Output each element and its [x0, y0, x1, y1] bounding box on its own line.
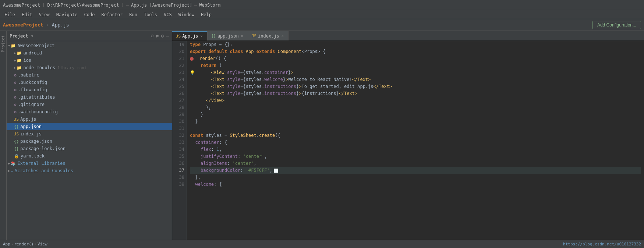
toolbar-file-name: App.js: [52, 22, 69, 28]
tree-item-label: .gitattributes: [18, 95, 55, 100]
toolbar-project-name: AwesomeProject: [3, 22, 43, 28]
file-icon-config: ⚙: [14, 95, 17, 100]
code-text: welcome: {: [190, 181, 222, 188]
menu-item-refactor[interactable]: Refactor: [98, 11, 125, 18]
menu-item-help[interactable]: Help: [198, 11, 215, 18]
menu-item-window[interactable]: Window: [176, 11, 197, 18]
tree-item--watchmanconfig[interactable]: ⚙.watchmanconfig: [7, 108, 172, 116]
tree-item--babelrc[interactable]: ⚙.babelrc: [7, 71, 172, 79]
locate-file-icon[interactable]: ⊕: [151, 33, 154, 39]
menu-item-run[interactable]: Run: [126, 11, 140, 18]
code-text: <View style={styles.container}>: [195, 69, 293, 76]
title-path: AwesomeProject [ D:\RNProject\AwesomePro…: [3, 3, 220, 8]
code-text: alignItems: 'center',: [190, 160, 256, 167]
tree-item-node-modules[interactable]: ▶ 📁node_moduleslibrary root: [7, 64, 172, 71]
project-panel: Project ▾ ⊕ ⇄ ⚙ — ▼ 📁AwesomeProject▶ 📁an…: [7, 31, 172, 240]
tree-item--buckconfig[interactable]: ⚙.buckconfig: [7, 79, 172, 86]
file-tree: ▼ 📁AwesomeProject▶ 📁android▶ 📁ios▶ 📁node…: [7, 41, 172, 240]
tree-item-label: Scratches and Consoles: [15, 168, 73, 173]
line-number-39: 39: [172, 181, 184, 188]
menu-item-vcs[interactable]: VCS: [161, 11, 175, 18]
tree-item-yarn-lock[interactable]: 🔒yarn.lock: [7, 152, 172, 160]
menu-item-tools[interactable]: Tools: [141, 11, 160, 18]
tree-item-ios[interactable]: ▶ 📁ios: [7, 57, 172, 64]
line-number-25: 25: [172, 83, 184, 90]
tab-index-js[interactable]: JSindex.js×: [248, 31, 289, 40]
menu-item-edit[interactable]: Edit: [19, 11, 35, 18]
tab-app-json[interactable]: {}app.json×: [208, 31, 248, 40]
tab-close-button[interactable]: ×: [281, 34, 284, 38]
tree-item--gitignore[interactable]: ⚙.gitignore: [7, 101, 172, 108]
titlebar: AwesomeProject [ D:\RNProject\AwesomePro…: [0, 0, 644, 10]
toolbar-sep: ›: [46, 22, 49, 28]
tree-arrow[interactable]: ▶: [14, 66, 16, 70]
file-icon-config: ⚙: [14, 102, 17, 107]
tab-close-button[interactable]: ×: [200, 34, 204, 38]
tree-item--gitattributes[interactable]: ⚙.gitattributes: [7, 93, 172, 101]
code-text: export default class App extends Compone…: [190, 48, 326, 55]
tree-item-label: package-lock.json: [20, 146, 66, 151]
tree-arrow[interactable]: ▶: [8, 162, 10, 165]
tree-item--flowconfig[interactable]: ⚙.flowconfig: [7, 86, 172, 93]
tree-item-external-libraries[interactable]: ▶ 📚External Libraries: [7, 160, 172, 167]
tab-close-button[interactable]: ×: [240, 34, 244, 38]
tree-item-package-json[interactable]: {}package.json: [7, 138, 172, 145]
code-line-34: flex: 1,: [190, 146, 641, 153]
add-configuration-button[interactable]: Add Configuration...: [592, 21, 641, 29]
tab-bar: JSApp.js×{}app.json×JSindex.js×: [172, 31, 644, 41]
code-line-20: ▾export default class App extends Compon…: [190, 48, 641, 55]
line-number-35: 35: [172, 153, 184, 160]
menu-item-code[interactable]: Code: [81, 11, 98, 18]
line-number-24: 24: [172, 76, 184, 83]
tree-item-android[interactable]: ▶ 📁android: [7, 49, 172, 57]
code-line-25: <Text style={styles.instructions}>To get…: [190, 83, 641, 90]
line-number-34: 34: [172, 146, 184, 153]
menu-item-view[interactable]: View: [36, 11, 53, 18]
line-number-38: 38: [172, 174, 184, 181]
breadcrumb-view[interactable]: View: [38, 242, 47, 247]
line-number-29: 29: [172, 111, 184, 118]
file-icon-config: ⚙: [14, 88, 17, 92]
tree-item-awesomeproject[interactable]: ▼ 📁AwesomeProject: [7, 42, 172, 49]
toolbar-right[interactable]: Add Configuration...: [592, 21, 641, 29]
settings-icon[interactable]: ⚙: [161, 33, 164, 39]
breadcrumb-render[interactable]: render(): [14, 242, 34, 247]
menu-item-navigate[interactable]: Navigate: [53, 11, 81, 18]
side-panel-label[interactable]: Project: [0, 31, 7, 240]
tree-item-label: App.js: [20, 117, 36, 122]
tree-arrow[interactable]: ▼: [8, 44, 10, 47]
tree-item-scratches-and-consoles[interactable]: ▶ ✏Scratches and Consoles: [7, 167, 172, 174]
breadcrumb-app[interactable]: App: [3, 242, 10, 247]
line-number-21: 21: [172, 55, 184, 62]
code-line-29: ▾ }: [190, 111, 641, 118]
tree-item-index-js[interactable]: JSindex.js: [7, 130, 172, 138]
code-text: const styles = StyleSheet.create({: [190, 132, 280, 139]
file-icon-lock: 🔒: [14, 154, 19, 159]
title-sep1: [: [42, 3, 45, 8]
line-number-28: 28: [172, 104, 184, 111]
code-content[interactable]: type Props = {};▾export default class Ap…: [187, 41, 644, 240]
line-number-26: 26: [172, 90, 184, 97]
tree-item-app-js[interactable]: JSApp.js: [7, 116, 172, 123]
code-line-21: ▾ render() {: [190, 55, 641, 62]
tree-arrow[interactable]: ▶: [14, 51, 16, 55]
tab-app-js[interactable]: JSApp.js×: [172, 31, 208, 40]
minimize-icon[interactable]: —: [166, 33, 169, 39]
tree-item-package-lock-json[interactable]: {}package-lock.json: [7, 145, 172, 152]
code-line-30: ▾ }: [190, 118, 641, 125]
color-swatch: [274, 169, 278, 173]
line-number-23: 23: [172, 69, 184, 76]
code-text: </View>: [190, 97, 224, 104]
collapse-all-icon[interactable]: ⇄: [156, 33, 159, 39]
line-number-20: 20: [172, 48, 184, 55]
code-area: 1920212223242526272829303132333435363738…: [172, 41, 644, 240]
file-icon-json: {}: [14, 124, 19, 129]
tree-item-app-json[interactable]: {}app.json: [7, 123, 172, 130]
line-number-32: 32: [172, 132, 184, 139]
lightbulb-icon[interactable]: 💡: [190, 69, 195, 76]
menu-item-file[interactable]: File: [1, 11, 18, 18]
tree-arrow[interactable]: ▶: [8, 169, 10, 173]
project-side-label[interactable]: Project: [0, 34, 6, 54]
tree-arrow[interactable]: ▶: [14, 59, 16, 62]
toolbar: AwesomeProject › App.js Add Configuratio…: [0, 19, 644, 31]
